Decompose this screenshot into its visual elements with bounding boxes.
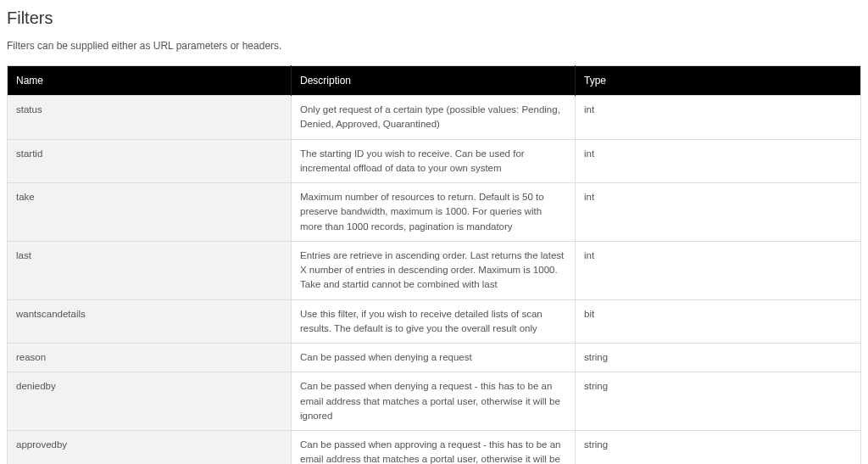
cell-description: The starting ID you wish to receive. Can… — [292, 139, 576, 183]
table-row: status Only get request of a certain typ… — [8, 96, 861, 140]
page-subtitle: Filters can be supplied either as URL pa… — [7, 40, 861, 52]
table-row: reason Can be passed when denying a requ… — [8, 344, 861, 372]
cell-description: Can be passed when denying a request - t… — [292, 372, 576, 431]
cell-name: status — [8, 96, 292, 140]
cell-name: approvedby — [8, 431, 292, 465]
cell-type: string — [576, 372, 861, 431]
table-row: approvedby Can be passed when approving … — [8, 431, 861, 465]
cell-description: Entries are retrieve in ascending order.… — [292, 241, 576, 299]
cell-type: int — [576, 183, 861, 242]
cell-type: int — [576, 96, 861, 140]
cell-description: Maximum number of resources to return. D… — [292, 183, 576, 242]
table-row: take Maximum number of resources to retu… — [8, 183, 861, 242]
cell-description: Can be passed when denying a request — [292, 344, 576, 372]
cell-description: Use this filter, if you wish to receive … — [292, 299, 576, 344]
cell-name: last — [8, 241, 292, 299]
cell-description: Can be passed when approving a request -… — [292, 431, 576, 465]
cell-type: int — [576, 139, 861, 183]
table-row: last Entries are retrieve in ascending o… — [8, 241, 861, 299]
page-title: Filters — [7, 8, 861, 28]
cell-name: wantscandetails — [8, 299, 292, 344]
cell-description: Only get request of a certain type (poss… — [292, 96, 576, 140]
col-header-description: Description — [292, 66, 576, 96]
cell-name: deniedby — [8, 372, 292, 431]
filters-table: Name Description Type status Only get re… — [7, 65, 861, 464]
cell-type: bit — [576, 299, 861, 344]
cell-type: string — [576, 344, 861, 372]
table-row: deniedby Can be passed when denying a re… — [8, 372, 861, 431]
cell-name: reason — [8, 344, 292, 372]
table-row: wantscandetails Use this filter, if you … — [8, 299, 861, 344]
cell-name: take — [8, 183, 292, 242]
col-header-name: Name — [8, 66, 292, 96]
cell-type: int — [576, 241, 861, 299]
table-row: startid The starting ID you wish to rece… — [8, 139, 861, 183]
cell-type: string — [576, 431, 861, 465]
cell-name: startid — [8, 139, 292, 183]
col-header-type: Type — [576, 66, 861, 96]
